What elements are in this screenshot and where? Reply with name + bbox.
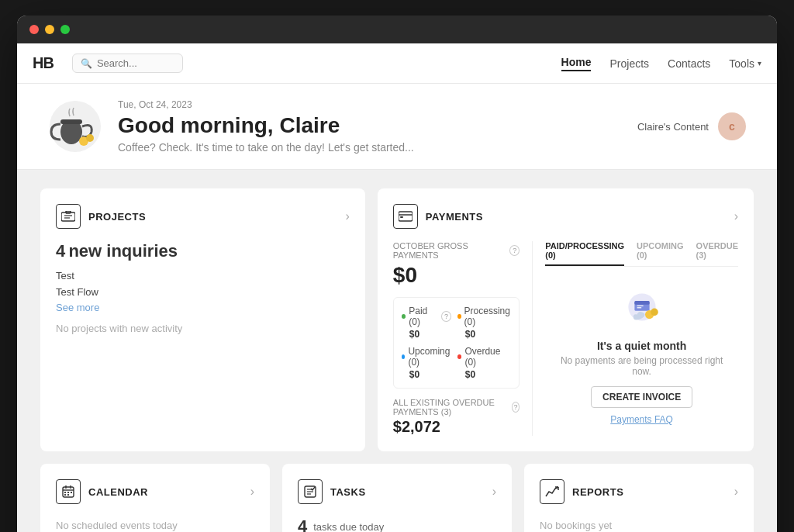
chevron-down-icon: ▾: [758, 59, 761, 67]
search-input[interactable]: [97, 57, 174, 69]
nav-tools[interactable]: Tools ▾: [729, 57, 761, 70]
reports-title-row: REPORTS: [540, 479, 623, 504]
payments-title-row: PAYMENTS: [393, 204, 483, 229]
payments-card-header: PAYMENTS ›: [393, 204, 738, 229]
app-window: HB 🔍 Home Projects Contacts Tools ▾: [17, 16, 777, 532]
overdue-grid-amount: $0: [457, 369, 511, 380]
new-inquiries: 4 new inquiries: [56, 241, 350, 261]
payments-arrow-icon[interactable]: ›: [734, 209, 738, 223]
reports-card: REPORTS › No bookings yet No lead source…: [524, 464, 754, 532]
no-events-today: No scheduled events today: [56, 516, 254, 532]
processing-amount: $0: [457, 329, 511, 340]
hero-content-label[interactable]: Claire's Content: [637, 121, 709, 133]
reports-icon: [540, 479, 564, 504]
titlebar: [17, 16, 777, 43]
payments-inner: OCTOBER GROSS PAYMENTS ? $0 Paid (0) ?: [393, 241, 738, 436]
svg-rect-2: [60, 119, 82, 124]
svg-rect-9: [399, 212, 413, 221]
tasks-due-count: 4: [298, 516, 307, 532]
avatar[interactable]: c: [718, 112, 746, 140]
upcoming-label: Upcoming (0): [402, 346, 451, 368]
no-bookings: No bookings yet: [540, 516, 738, 532]
overdue-section: ALL EXISTING OVERDUE PAYMENTS (3) ? $2,0…: [393, 398, 520, 436]
payments-right-panel: PAID/PROCESSING (0) UPCOMING (0) OVERDUE…: [533, 241, 738, 436]
svg-rect-27: [67, 494, 69, 496]
tasks-card-header: TASKS ›: [298, 479, 496, 504]
nav-home[interactable]: Home: [561, 56, 592, 71]
project-item-1[interactable]: Test: [56, 268, 350, 284]
quiet-title: It's a quiet month: [597, 340, 686, 352]
no-activity-label: No projects with new activity: [56, 323, 350, 334]
hero-greeting: Good morning, Claire: [118, 113, 637, 138]
dashboard-bottom-row: CALENDAR › No scheduled events today No …: [40, 464, 754, 532]
project-item-2[interactable]: Test Flow: [56, 284, 350, 300]
tasks-arrow-icon[interactable]: ›: [492, 485, 496, 499]
upcoming-item: Upcoming (0) $0: [402, 346, 451, 380]
october-amount: $0: [393, 263, 520, 288]
overdue-dot: [457, 354, 462, 359]
nav-projects[interactable]: Projects: [609, 57, 649, 70]
tasks-due-label: tasks due today: [313, 521, 384, 533]
reports-card-header: REPORTS ›: [540, 479, 738, 504]
calendar-arrow-icon[interactable]: ›: [250, 485, 254, 499]
paid-item: Paid (0) ? $0: [402, 306, 451, 340]
overdue-label: ALL EXISTING OVERDUE PAYMENTS (3) ?: [393, 398, 520, 416]
svg-rect-14: [634, 301, 649, 305]
upcoming-amount: $0: [402, 369, 451, 380]
svg-rect-11: [400, 216, 403, 218]
tab-paid-processing[interactable]: PAID/PROCESSING (0): [545, 241, 624, 266]
new-inquiries-label: new inquiries: [68, 241, 178, 261]
processing-item: Processing (0) $0: [457, 306, 511, 340]
paid-info-icon[interactable]: ?: [441, 311, 451, 322]
paid-label: Paid (0) ?: [402, 306, 451, 327]
reports-arrow-icon[interactable]: ›: [734, 485, 738, 499]
overdue-info-icon[interactable]: ?: [512, 402, 520, 413]
projects-arrow-icon[interactable]: ›: [345, 209, 349, 223]
payment-grid: Paid (0) ? $0 Processing (0) $0: [393, 297, 520, 389]
calendar-icon: [56, 479, 81, 504]
october-label: OCTOBER GROSS PAYMENTS ?: [393, 241, 520, 260]
create-invoice-button[interactable]: CREATE INVOICE: [591, 386, 692, 408]
close-dot[interactable]: [29, 25, 39, 34]
svg-point-4: [86, 134, 94, 142]
hero-right: Claire's Content c: [637, 112, 746, 140]
tasks-due-today: 4 tasks due today: [298, 516, 496, 532]
tasks-icon: [298, 479, 323, 504]
nav-tools-label: Tools: [729, 57, 754, 70]
minimize-dot[interactable]: [45, 25, 54, 34]
calendar-card-header: CALENDAR ›: [56, 479, 254, 504]
calendar-title-row: CALENDAR: [56, 479, 148, 504]
payments-quiet-panel: It's a quiet month No payments are being…: [545, 279, 738, 433]
maximize-dot[interactable]: [60, 25, 70, 34]
reports-card-title: REPORTS: [572, 486, 623, 498]
payments-card: PAYMENTS › OCTOBER GROSS PAYMENTS ? $0: [378, 188, 754, 451]
svg-rect-24: [67, 492, 69, 493]
october-info-icon[interactable]: ?: [509, 245, 520, 256]
projects-card-header: PROJECTS ›: [56, 204, 350, 229]
projects-icon: [56, 204, 81, 229]
upcoming-dot: [402, 354, 406, 359]
nav-links: Home Projects Contacts Tools ▾: [561, 56, 761, 71]
calendar-card: CALENDAR › No scheduled events today No …: [40, 464, 270, 532]
paid-dot: [402, 314, 406, 319]
tasks-title-row: TASKS: [298, 479, 366, 504]
search-icon: 🔍: [81, 58, 92, 69]
quiet-sub: No payments are being processed right no…: [553, 355, 730, 377]
processing-dot: [457, 314, 461, 319]
payments-faq-link[interactable]: Payments FAQ: [610, 414, 673, 425]
overdue-amount: $2,072: [393, 418, 520, 436]
svg-point-18: [651, 309, 658, 316]
see-more-link[interactable]: See more: [56, 302, 350, 313]
payments-left-panel: OCTOBER GROSS PAYMENTS ? $0 Paid (0) ?: [393, 241, 533, 436]
hero-text: Tue, Oct 24, 2023 Good morning, Claire C…: [118, 99, 637, 154]
hero-date: Tue, Oct 24, 2023: [118, 99, 637, 110]
tab-overdue[interactable]: OVERDUE (3): [696, 241, 738, 266]
nav-contacts[interactable]: Contacts: [668, 57, 710, 70]
new-inquiries-count: 4: [56, 241, 65, 261]
calendar-card-title: CALENDAR: [88, 486, 148, 498]
tab-upcoming[interactable]: UPCOMING (0): [637, 241, 684, 266]
tasks-card-title: TASKS: [330, 486, 366, 498]
svg-rect-26: [64, 494, 66, 496]
search-box[interactable]: 🔍: [72, 54, 183, 73]
dashboard-top-row: PROJECTS › 4 new inquiries Test Test Flo…: [40, 188, 754, 451]
